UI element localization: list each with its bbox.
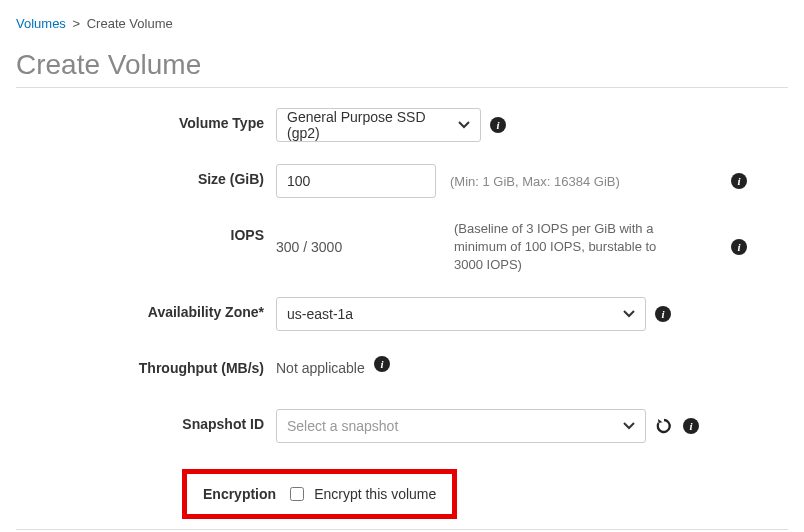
label-throughput: Throughput (MB/s) [16,353,276,376]
label-iops: IOPS [16,220,276,243]
refresh-icon[interactable] [654,416,674,436]
info-icon[interactable]: i [682,417,700,435]
size-hint: (Min: 1 GiB, Max: 16384 GiB) [450,174,620,189]
row-size: Size (GiB) (Min: 1 GiB, Max: 16384 GiB) … [16,164,788,198]
snapshot-select[interactable]: Select a snapshot [276,409,646,443]
caret-down-icon [458,121,470,129]
info-icon[interactable]: i [489,116,507,134]
caret-down-icon [623,310,635,318]
encryption-checkbox-label: Encrypt this volume [314,486,436,502]
row-throughput: Throughput (MB/s) Not applicable i [16,353,788,387]
caret-down-icon [623,422,635,430]
info-icon[interactable]: i [730,238,748,256]
az-select[interactable]: us-east-1a [276,297,646,331]
row-encryption: Encryption Encrypt this volume [16,465,788,530]
info-icon[interactable]: i [373,355,391,373]
row-snapshot: Snapshot ID Select a snapshot i [16,409,788,443]
throughput-value: Not applicable [276,353,365,376]
az-value: us-east-1a [287,306,353,322]
volume-type-select[interactable]: General Purpose SSD (gp2) [276,108,481,142]
create-volume-form: Volume Type General Purpose SSD (gp2) i … [16,108,788,530]
info-icon[interactable]: i [654,305,672,323]
label-encryption: Encryption [203,486,276,502]
snapshot-placeholder: Select a snapshot [287,418,398,434]
info-icon[interactable]: i [730,172,748,190]
row-volume-type: Volume Type General Purpose SSD (gp2) i [16,108,788,142]
row-iops: IOPS 300 / 3000 (Baseline of 3 IOPS per … [16,220,788,275]
label-size: Size (GiB) [16,164,276,187]
breadcrumb: Volumes > Create Volume [16,16,788,31]
encryption-checkbox[interactable] [290,487,304,501]
encryption-highlight: Encryption Encrypt this volume [182,469,457,519]
breadcrumb-current: Create Volume [87,16,173,31]
label-az: Availability Zone* [16,297,276,320]
label-snapshot: Snapshot ID [16,409,276,432]
label-volume-type: Volume Type [16,108,276,131]
size-input[interactable] [276,164,436,198]
page-title: Create Volume [16,49,788,88]
iops-description: (Baseline of 3 IOPS per GiB with a minim… [454,220,684,275]
breadcrumb-parent-link[interactable]: Volumes [16,16,66,31]
breadcrumb-separator: > [73,16,81,31]
row-availability-zone: Availability Zone* us-east-1a i [16,297,788,331]
volume-type-value: General Purpose SSD (gp2) [287,109,448,141]
iops-value: 300 / 3000 [276,239,436,255]
